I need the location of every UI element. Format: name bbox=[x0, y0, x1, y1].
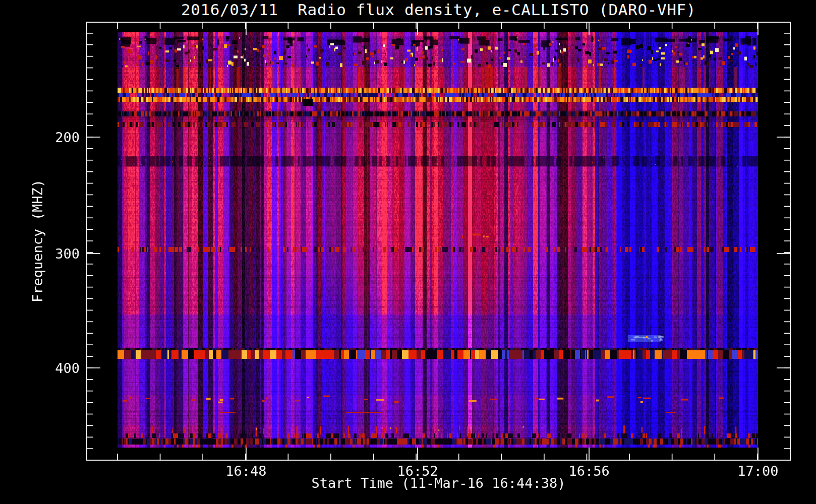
axes-frame-and-ticks bbox=[0, 0, 816, 504]
spectrogram-page: 2016/03/11 Radio flux density, e-CALLIST… bbox=[0, 0, 816, 504]
y-axis-title: Frequency (MHZ) bbox=[30, 165, 46, 317]
y-tick-label: 200 bbox=[29, 130, 80, 145]
y-tick-label: 400 bbox=[29, 360, 80, 376]
x-axis-title: Start Time (11-Mar-16 16:44:38) bbox=[87, 475, 790, 491]
